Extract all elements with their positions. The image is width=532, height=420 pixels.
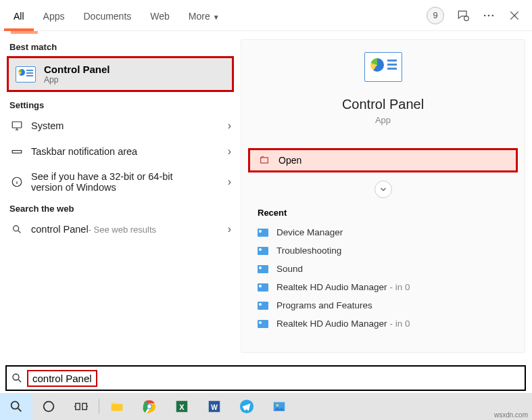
taskbar-telegram[interactable] — [231, 393, 263, 420]
svg-point-0 — [464, 16, 469, 20]
chevron-right-icon: › — [228, 176, 231, 188]
chevron-right-icon: › — [228, 145, 231, 158]
control-panel-mini-icon — [258, 283, 268, 291]
web-search-item[interactable]: control Panel - See web results › — [0, 216, 241, 242]
best-match-subtitle: App — [44, 75, 110, 85]
settings-item-label: Taskbar notification area — [31, 146, 137, 157]
svg-point-11 — [44, 402, 54, 412]
svg-rect-4 — [12, 122, 22, 128]
recent-heading: Recent — [241, 208, 525, 223]
search-text-highlight: control Panel — [27, 370, 97, 387]
details-subtitle: App — [375, 115, 391, 125]
watermark: wsxdn.com — [494, 411, 528, 419]
recent-label: Troubleshooting — [276, 246, 341, 256]
svg-rect-8 — [261, 158, 268, 163]
settings-item-bitness[interactable]: See if you have a 32-bit or 64-bit versi… — [0, 164, 241, 200]
taskbar-excel[interactable]: X — [166, 393, 198, 420]
recent-label: Device Manager — [276, 227, 343, 237]
monitor-icon — [9, 120, 24, 132]
chevron-right-icon: › — [228, 223, 231, 235]
web-search-suffix: - See web results — [89, 225, 156, 235]
settings-item-label: System — [31, 120, 64, 131]
svg-point-16 — [147, 404, 151, 409]
details-pane: Control Panel App Open Recent Device Man… — [241, 31, 532, 361]
section-settings: Settings — [0, 96, 241, 113]
control-panel-mini-icon — [258, 302, 268, 310]
tab-web[interactable]: Web — [141, 3, 179, 28]
taskbar-file-explorer[interactable] — [101, 393, 133, 420]
taskbar-task-view[interactable] — [65, 393, 97, 420]
svg-point-23 — [276, 404, 279, 406]
close-icon[interactable] — [508, 9, 521, 22]
top-right-controls: 9 — [427, 7, 528, 24]
recent-item[interactable]: Sound — [241, 260, 525, 278]
search-bar[interactable]: control Panel — [5, 365, 526, 391]
open-action[interactable]: Open — [248, 148, 518, 172]
best-match-title: Control Panel — [44, 64, 110, 75]
settings-item-taskbar[interactable]: Taskbar notification area › — [0, 139, 241, 164]
more-icon[interactable] — [482, 9, 495, 22]
settings-item-system[interactable]: System › — [0, 113, 241, 139]
web-search-label: control Panel — [31, 224, 89, 235]
svg-rect-5 — [12, 151, 22, 154]
search-icon — [9, 224, 24, 235]
search-icon — [7, 372, 27, 384]
control-panel-mini-icon — [258, 247, 268, 255]
recent-label: Sound — [276, 264, 303, 274]
svg-text:X: X — [179, 403, 185, 411]
info-icon — [9, 176, 24, 188]
open-label: Open — [279, 155, 301, 166]
recent-item[interactable]: Programs and Features — [241, 296, 525, 314]
taskbar-chrome[interactable] — [133, 393, 166, 420]
svg-point-1 — [484, 14, 486, 16]
feedback-icon[interactable] — [456, 9, 470, 22]
tab-more[interactable]: More▼ — [179, 3, 229, 28]
expand-button[interactable] — [374, 181, 392, 198]
recent-label: Realtek HD Audio Manager — [276, 282, 387, 292]
recent-item[interactable]: Device Manager — [241, 223, 525, 241]
taskbar-word[interactable]: W — [198, 393, 231, 420]
taskbar-separator — [99, 399, 99, 414]
details-panel: Control Panel App Open Recent Device Man… — [241, 39, 525, 353]
settings-item-label: See if you have a 32-bit or 64-bit versi… — [31, 171, 200, 193]
accent-underline — [11, 31, 38, 34]
recent-label: Programs and Features — [276, 300, 372, 310]
open-icon — [258, 155, 270, 166]
svg-text:W: W — [211, 404, 218, 411]
recent-label: Realtek HD Audio Manager — [276, 319, 387, 329]
tab-more-label: More — [189, 11, 210, 22]
taskbar-icon — [9, 145, 24, 158]
search-tabs: All Apps Documents Web More▼ 9 — [0, 0, 532, 31]
section-best-match: Best match — [0, 38, 241, 55]
svg-point-3 — [492, 14, 494, 16]
best-match-item[interactable]: Control Panel App — [7, 56, 234, 92]
reward-badge[interactable]: 9 — [427, 7, 444, 24]
taskbar-search-button[interactable] — [0, 393, 32, 420]
taskbar: X W — [0, 393, 532, 420]
recent-list: Device ManagerTroubleshootingSoundRealte… — [241, 223, 525, 333]
recent-item[interactable]: Realtek HD Audio Manager - in 0 — [241, 314, 525, 333]
best-match-text: Control Panel App — [44, 64, 110, 85]
left-results: Best match Control Panel App Settings Sy… — [0, 31, 241, 361]
details-title: Control Panel — [342, 97, 424, 112]
recent-suffix: - in 0 — [390, 282, 410, 292]
control-panel-mini-icon — [258, 265, 268, 273]
control-panel-mini-icon — [258, 229, 268, 237]
tab-documents[interactable]: Documents — [74, 3, 141, 28]
svg-point-10 — [11, 402, 19, 409]
svg-rect-12 — [76, 403, 80, 409]
tab-apps[interactable]: Apps — [34, 3, 74, 28]
taskbar-photos[interactable] — [263, 393, 295, 420]
chevron-down-icon: ▼ — [213, 14, 220, 21]
chevron-right-icon: › — [228, 120, 231, 132]
control-panel-mini-icon — [258, 320, 268, 328]
recent-item[interactable]: Troubleshooting — [241, 241, 525, 260]
control-panel-icon — [16, 66, 36, 83]
tab-all[interactable]: All — [4, 0, 34, 31]
control-panel-icon — [364, 52, 402, 82]
recent-item[interactable]: Realtek HD Audio Manager - in 0 — [241, 278, 525, 296]
svg-rect-13 — [82, 403, 87, 409]
section-search-web: Search the web — [0, 200, 241, 216]
taskbar-cortana[interactable] — [32, 393, 65, 420]
svg-point-2 — [488, 14, 490, 16]
